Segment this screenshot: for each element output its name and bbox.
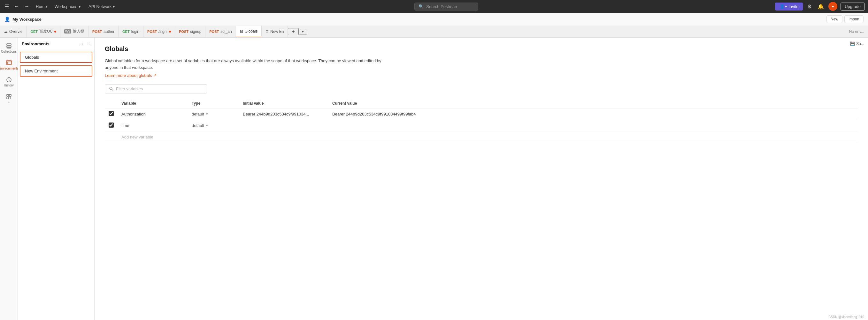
sidebar-panel: Environments + ≡ Globals New Environment [18, 38, 95, 320]
svg-rect-8 [9, 95, 11, 96]
hamburger-menu-button[interactable]: ☰ [3, 2, 10, 11]
get-method-label: GET [122, 30, 130, 34]
add-variable-label[interactable]: Add new variable [118, 131, 858, 142]
workspaces-chevron-icon: ▾ [79, 4, 81, 9]
row-checkbox-cell[interactable] [105, 108, 118, 120]
main-content: 💾 Sa... Globals Global variables for a w… [95, 38, 868, 320]
tab-get-login[interactable]: GET login [119, 26, 144, 37]
workspace-row: 👤 My Workspace New Import [0, 13, 868, 26]
variable-column-header: Variable [118, 99, 188, 108]
post-method-label: POST [209, 30, 219, 34]
new-button[interactable]: New [827, 15, 842, 23]
table-row: time default ▾ [105, 120, 858, 131]
tab-get-baiduoc[interactable]: GET 百度OC [27, 26, 60, 37]
type-column-header: Type [188, 99, 239, 108]
sidebar-item-environments[interactable]: Environments [1, 57, 17, 73]
page-title: Globals [105, 45, 858, 52]
checkbox-column-header [105, 99, 118, 108]
post-method-label: POST [92, 30, 102, 34]
globals-env-item[interactable]: Globals [20, 52, 92, 63]
collections-icon-label: Collections [1, 50, 17, 53]
tab-globals[interactable]: ⊡ Globals [236, 26, 262, 37]
invite-button[interactable]: 👤+ Invite [775, 3, 803, 10]
current-value-column-header: Current value [329, 99, 858, 108]
globals-item-label: Globals [25, 55, 87, 60]
import-button[interactable]: Import [844, 15, 864, 23]
row-initial-value-cell[interactable] [239, 120, 329, 131]
sidebar-panel-title: Environments [22, 41, 50, 46]
svg-rect-0 [7, 44, 11, 45]
sidebar-item-addons[interactable]: + [1, 91, 17, 107]
workspaces-button[interactable]: Workspaces ▾ [52, 3, 83, 10]
tab-post-signi[interactable]: POST /signi [144, 26, 175, 37]
table-row: Authorization default ▾ Bearer 244b9d203… [105, 108, 858, 120]
sidebar-item-history[interactable]: History [1, 74, 17, 90]
save-button-area[interactable]: 💾 Sa... [850, 41, 864, 46]
add-variable-spacer [105, 131, 118, 142]
ws-icon: WS [64, 29, 71, 34]
row-type-cell[interactable]: default ▾ [188, 108, 239, 120]
row-current-value-cell[interactable] [329, 120, 858, 131]
svg-line-13 [112, 90, 114, 91]
row-current-value-cell[interactable]: Bearer 244b9d203c534c9f991034499f99fab4 [329, 108, 858, 120]
tab-overview[interactable]: ☁ Overvie [0, 26, 27, 37]
tab-post-auther[interactable]: POST auther [89, 26, 119, 37]
environments-icon-label: Environments [0, 67, 19, 70]
history-icon-label: History [4, 83, 14, 87]
tabs-bar: ☁ Overvie GET 百度OC WS 输入提 POST auther GE… [0, 26, 868, 37]
svg-point-12 [110, 87, 112, 90]
workspace-name: My Workspace [12, 17, 41, 22]
filter-input-wrap[interactable] [105, 84, 207, 94]
cloud-icon: ☁ [4, 29, 8, 34]
tab-ws-input[interactable]: WS 输入提 [60, 26, 89, 37]
svg-rect-3 [6, 61, 11, 65]
top-navigation: ☰ ← → Home Workspaces ▾ API Network ▾ 🔍 … [0, 0, 868, 13]
row-initial-value-cell[interactable]: Bearer 244b9d203c534c9f991034... [239, 108, 329, 120]
avatar-button[interactable]: ● [828, 2, 837, 11]
post-method-label: POST [147, 30, 157, 34]
tabs-overflow-button[interactable]: ▾ [299, 29, 307, 34]
person-plus-icon: 👤+ [779, 4, 787, 9]
settings-button[interactable]: ⚙ [806, 2, 813, 11]
row-checkbox-cell[interactable] [105, 120, 118, 131]
new-env-item-label: New Environment [25, 69, 87, 73]
filter-button[interactable]: ≡ [86, 40, 90, 47]
tab-post-signup[interactable]: POST signup [175, 26, 206, 37]
new-environment-item[interactable]: New Environment [20, 65, 92, 77]
row-checkbox[interactable] [108, 122, 114, 128]
api-network-button[interactable]: API Network ▾ [86, 3, 118, 10]
post-method-label: POST [179, 30, 188, 34]
sidebar-item-collections[interactable]: Collections [1, 40, 17, 56]
filter-variables-input[interactable] [116, 86, 203, 91]
workspace-icon: 👤 [4, 16, 10, 22]
row-variable-cell[interactable]: time [118, 120, 188, 131]
filter-search-icon [109, 86, 114, 91]
upgrade-button[interactable]: Upgrade [840, 3, 865, 10]
learn-more-link[interactable]: Learn more about globals ↗ [105, 73, 157, 78]
initial-value-column-header: Initial value [239, 99, 329, 108]
row-type-cell[interactable]: default ▾ [188, 120, 239, 131]
row-checkbox[interactable] [108, 111, 114, 116]
home-button[interactable]: Home [33, 3, 50, 10]
save-label: Sa... [856, 41, 864, 46]
notifications-button[interactable]: 🔔 [816, 2, 825, 11]
type-chevron-icon: ▾ [206, 123, 208, 128]
row-variable-cell[interactable]: Authorization [118, 108, 188, 120]
get-method-label: GET [30, 30, 38, 34]
back-button[interactable]: ← [13, 2, 21, 10]
search-bar[interactable]: 🔍 Search Postman [414, 3, 478, 10]
forward-button[interactable]: → [23, 2, 31, 10]
new-env-icon: ⊡ [266, 29, 269, 34]
globals-icon: ⊡ [240, 29, 243, 34]
add-environment-button[interactable]: + [80, 40, 84, 47]
unsaved-dot-indicator [54, 31, 56, 33]
add-variable-row[interactable]: Add new variable [105, 131, 858, 142]
tab-new-env[interactable]: ⊡ New En [261, 26, 288, 37]
no-environment-indicator: No env... [845, 29, 868, 34]
attribution: CSDN @xiaomifeng1010 [828, 315, 864, 319]
sidebar-icons: Collections Environments History [0, 38, 18, 320]
add-tab-button[interactable]: + [288, 28, 299, 35]
addons-icon-label: + [8, 101, 10, 104]
tab-post-sqlan[interactable]: POST sql_an [206, 26, 236, 37]
svg-rect-1 [7, 46, 11, 47]
